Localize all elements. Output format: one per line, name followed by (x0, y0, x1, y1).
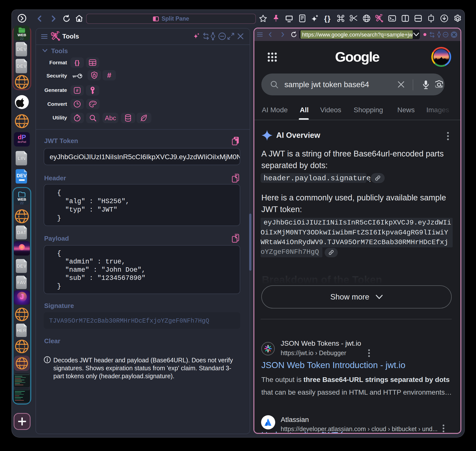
svg-text:CHA: CHA (17, 214, 27, 219)
svg-text:TES: TES (17, 119, 27, 124)
svg-text:#: # (76, 88, 78, 93)
svg-text:HER: HER (17, 328, 27, 333)
svg-text:DEV: DEV (16, 63, 27, 69)
svg-text:DEV: DEV (16, 46, 27, 52)
svg-text:DEV: DEV (17, 263, 27, 269)
svg-text:DAT: DAT (17, 230, 26, 235)
svg-text:FAV: FAV (17, 280, 26, 285)
svg-text:DEV: DEV (16, 173, 27, 178)
svg-text:LIN: LIN (18, 155, 26, 161)
svg-text:IND: IND (18, 80, 26, 85)
svg-text:IND: IND (18, 344, 26, 349)
svg-text:GUI: GUI (18, 312, 26, 317)
svg-text:PRI: PRI (18, 361, 25, 366)
